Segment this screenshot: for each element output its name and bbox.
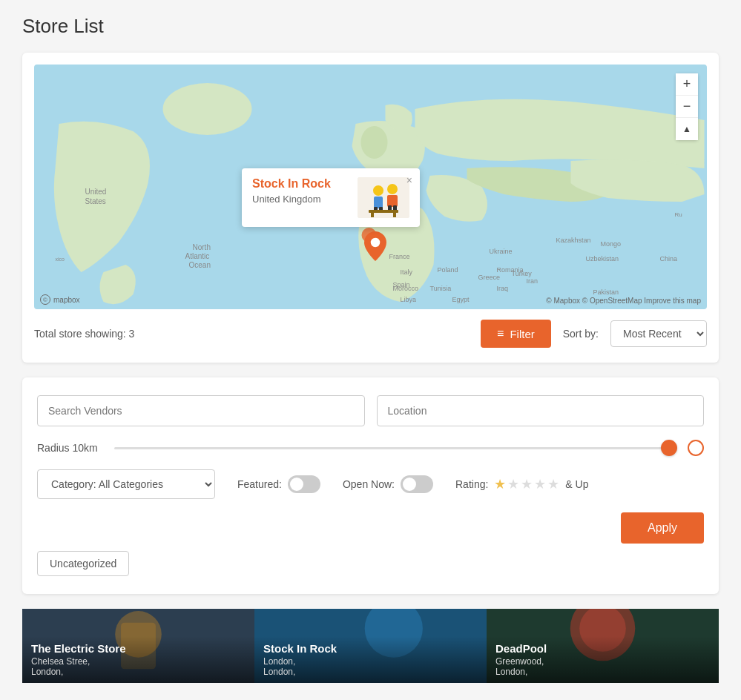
svg-text:States: States [85,197,106,205]
sort-label: Sort by: [563,328,599,340]
store-card-2[interactable]: DeadPool Greenwood, London, [487,609,719,683]
svg-text:Pakistan: Pakistan [593,288,619,296]
apply-row: Apply [37,512,704,544]
map-popup: Stock In Rock United Kingdom [242,168,420,227]
svg-text:Greece: Greece [478,274,501,281]
compass-button[interactable]: ▲ [676,118,698,140]
map-pin [364,231,386,264]
rating-group: Rating: ★ ★ ★ ★ ★ & Up [455,476,588,492]
svg-rect-41 [369,210,398,213]
svg-text:United: United [85,188,107,196]
tags-row: Uncategorized [37,551,704,576]
rating-stars[interactable]: ★ ★ ★ ★ ★ [494,476,559,492]
popup-store-name: Stock In Rock [252,177,350,191]
svg-point-33 [373,185,383,196]
filter-panel: Radius 10km Category: All Categories Fea… [22,377,719,594]
map-controls: + − ▲ [676,73,698,140]
store-card-0[interactable]: The Electric Store Chelsea Stree, London… [22,609,254,683]
svg-text:France: France [389,253,410,260]
filter-icon: ≡ [497,327,504,340]
svg-rect-34 [374,197,383,208]
filter-button[interactable]: ≡ Filter [481,320,551,348]
options-row: Category: All Categories Featured: Open … [37,469,704,499]
search-row [37,395,704,426]
svg-rect-43 [393,213,396,217]
store-addr-2: Greenwood, London, [495,656,710,677]
search-vendors-input[interactable] [37,395,365,426]
store-addr-1: London, London, [263,656,478,677]
popup-close-button[interactable]: × [406,174,412,186]
popup-store-location: United Kingdom [252,194,350,205]
map-card: United States North Atlantic Ocean Polan… [22,53,719,363]
radius-row: Radius 10km [37,440,704,456]
featured-toggle[interactable] [288,475,320,493]
star-5[interactable]: ★ [547,476,559,492]
open-now-toggle[interactable] [401,475,433,493]
popup-store-image [358,177,409,218]
category-select[interactable]: Category: All Categories [37,469,215,499]
svg-text:China: China [660,255,678,262]
store-card-overlay-0: The Electric Store Chelsea Stree, London… [22,636,254,683]
star-3[interactable]: ★ [521,476,533,492]
sort-select[interactable]: Most Recent Oldest Name A-Z Name Z-A [610,320,707,347]
map-container[interactable]: United States North Atlantic Ocean Polan… [34,65,707,309]
svg-text:Egypt: Egypt [452,296,470,303]
store-name-0: The Electric Store [31,642,246,655]
svg-point-2 [361,126,388,159]
star-1[interactable]: ★ [494,476,506,492]
map-logo: © mapbox [40,294,80,305]
open-now-slider [401,475,433,493]
svg-text:Spain: Spain [393,281,410,288]
store-count: Total store showing: 3 [34,328,469,340]
store-card-overlay-1: Stock In Rock London, London, [254,636,487,683]
store-addr-0: Chelsea Stree, London, [31,656,246,677]
svg-text:Italy: Italy [401,268,413,276]
svg-text:Kazakhstan: Kazakhstan [556,237,591,244]
store-name-1: Stock In Rock [263,642,478,655]
open-now-toggle-group: Open Now: [343,475,433,493]
open-now-label: Open Now: [343,478,395,490]
radius-slider[interactable] [114,447,677,449]
page-title: Store List [22,15,719,38]
map-attribution: © Mapbox © OpenStreetMap Improve this ma… [546,297,701,305]
svg-text:Ru: Ru [675,211,682,218]
featured-label: Featured: [237,478,282,490]
svg-text:Iran: Iran [527,277,539,285]
location-input[interactable] [377,395,705,426]
radius-label: Radius 10km [37,442,104,454]
svg-text:Ocean: Ocean [189,261,211,269]
store-card-1[interactable]: Stock In Rock London, London, [254,609,487,683]
popup-info: Stock In Rock United Kingdom [252,177,350,205]
svg-text:North: North [193,243,211,251]
svg-rect-38 [387,195,398,207]
featured-toggle-group: Featured: [237,475,320,493]
svg-point-31 [371,238,381,248]
radius-end-indicator [688,440,704,456]
svg-text:Iraq: Iraq [497,285,509,292]
store-name-2: DeadPool [495,642,710,655]
tag-uncategorized[interactable]: Uncategorized [37,551,129,576]
svg-text:Poland: Poland [438,266,458,274]
featured-slider [288,475,320,493]
svg-text:Uzbekistan: Uzbekistan [586,255,619,262]
star-4[interactable]: ★ [534,476,546,492]
rating-label: Rating: [455,478,488,490]
svg-point-37 [387,184,398,194]
svg-point-1 [163,83,252,135]
apply-button[interactable]: Apply [621,512,704,544]
stores-row: The Electric Store Chelsea Stree, London… [22,609,719,683]
filter-button-label: Filter [510,328,534,340]
store-card-overlay-2: DeadPool Greenwood, London, [487,636,719,683]
svg-rect-42 [371,213,374,217]
svg-text:Mongo: Mongo [601,240,622,248]
and-up-label: & Up [565,478,588,490]
star-2[interactable]: ★ [507,476,519,492]
svg-text:Turkey: Turkey [512,270,533,277]
svg-text:Libya: Libya [401,296,417,303]
zoom-in-button[interactable]: + [676,73,698,96]
zoom-out-button[interactable]: − [676,96,698,118]
svg-text:Tunisia: Tunisia [430,285,452,292]
svg-text:Ukraine: Ukraine [490,248,513,255]
svg-text:Atlantic: Atlantic [185,252,210,260]
filter-bar: Total store showing: 3 ≡ Filter Sort by:… [34,309,707,351]
